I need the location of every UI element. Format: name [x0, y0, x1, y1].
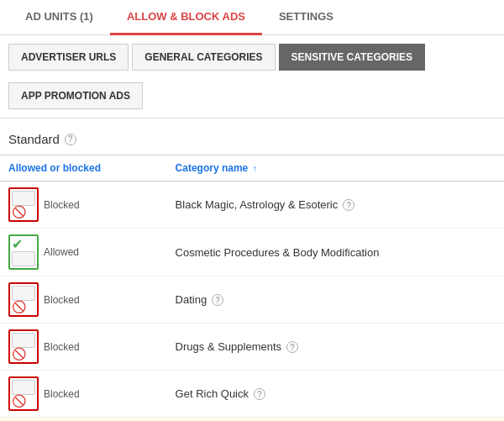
blocked-indicator[interactable]: 🚫	[8, 329, 39, 364]
subtab-advertiser-urls[interactable]: ADVERTISER URLS	[8, 44, 129, 71]
category-cell: Politics?	[167, 418, 504, 422]
tab-settings[interactable]: SETTINGS	[262, 0, 350, 35]
sub-tabs: ADVERTISER URLS GENERAL CATEGORIES SENSI…	[0, 35, 504, 118]
status-cell: 🚫Blocked	[0, 182, 167, 229]
status-label: Blocked	[44, 388, 80, 400]
table-row: ✔AllowedPolitics?	[0, 418, 504, 422]
col-label-category-name: Category name	[176, 162, 249, 174]
category-name: Drugs & Supplements	[176, 340, 281, 353]
blocked-icon: 🚫	[12, 300, 26, 313]
sort-arrow-icon: ↑	[253, 164, 257, 173]
category-name: Black Magic, Astrology & Esoteric	[176, 198, 339, 211]
status-cell: ✔Allowed	[0, 229, 167, 276]
blocked-indicator[interactable]: 🚫	[8, 376, 39, 411]
section-heading: Standard ?	[0, 118, 504, 155]
category-cell: Get Rich Quick?	[167, 371, 504, 418]
allowed-icon: ✔	[12, 237, 23, 251]
status-label: Blocked	[44, 199, 80, 211]
toggle-box[interactable]	[12, 380, 35, 395]
status-label: Blocked	[44, 294, 80, 306]
category-cell: Dating?	[167, 276, 504, 324]
top-nav: AD UNITS (1) ALLOW & BLOCK ADS SETTINGS	[0, 0, 504, 35]
toggle-control[interactable]: 🚫Blocked	[8, 187, 159, 222]
row-help-icon[interactable]: ?	[212, 294, 223, 306]
blocked-icon: 🚫	[12, 205, 26, 218]
tab-allow-block[interactable]: ALLOW & BLOCK ADS	[110, 0, 262, 35]
category-name: Get Rich Quick	[176, 387, 249, 400]
toggle-box[interactable]	[12, 251, 35, 266]
subtab-app-promotion-ads[interactable]: APP PROMOTION ADS	[8, 82, 143, 109]
subtab-general-categories[interactable]: GENERAL CATEGORIES	[132, 44, 275, 71]
toggle-box[interactable]	[12, 191, 35, 206]
col-label-allowed-blocked: Allowed or blocked	[8, 162, 101, 174]
table-row: 🚫BlockedGet Rich Quick?	[0, 371, 504, 418]
toggle-box[interactable]	[12, 286, 35, 301]
category-cell: Drugs & Supplements?	[167, 324, 504, 371]
allowed-indicator[interactable]: ✔	[8, 234, 39, 270]
category-cell: Cosmetic Procedures & Body Modification	[167, 229, 504, 276]
status-cell: ✔Allowed	[0, 418, 167, 422]
blocked-indicator[interactable]: 🚫	[8, 282, 39, 317]
table-row: ✔AllowedCosmetic Procedures & Body Modif…	[0, 229, 504, 276]
toggle-control[interactable]: ✔Allowed	[8, 234, 159, 270]
row-help-icon[interactable]: ?	[254, 388, 265, 400]
section-help-icon[interactable]: ?	[65, 134, 76, 145]
table-row: 🚫BlockedDating?	[0, 276, 504, 324]
toggle-control[interactable]: 🚫Blocked	[8, 282, 159, 317]
section-title: Standard	[8, 132, 60, 146]
status-cell: 🚫Blocked	[0, 276, 167, 324]
category-cell: Black Magic, Astrology & Esoteric?	[167, 182, 504, 229]
blocked-icon: 🚫	[12, 394, 26, 408]
row-help-icon[interactable]: ?	[286, 341, 298, 353]
status-label: Blocked	[44, 341, 80, 353]
toggle-control[interactable]: 🚫Blocked	[8, 329, 159, 364]
col-header-category-name[interactable]: Category name ↑	[167, 155, 504, 182]
toggle-box[interactable]	[12, 333, 35, 348]
status-cell: 🚫Blocked	[0, 324, 167, 371]
col-header-allowed-blocked: Allowed or blocked	[0, 155, 167, 182]
toggle-control[interactable]: 🚫Blocked	[8, 376, 159, 411]
category-name: Dating	[176, 293, 207, 306]
tab-ad-units[interactable]: AD UNITS (1)	[8, 0, 110, 35]
status-cell: 🚫Blocked	[0, 371, 167, 418]
subtab-sensitive-categories[interactable]: SENSITIVE CATEGORIES	[279, 44, 425, 71]
blocked-icon: 🚫	[12, 347, 26, 360]
categories-table: Allowed or blocked Category name ↑ 🚫Bloc…	[0, 155, 504, 421]
table-header-row: Allowed or blocked Category name ↑	[0, 155, 504, 182]
status-label: Allowed	[44, 246, 79, 258]
row-help-icon[interactable]: ?	[343, 199, 354, 211]
category-name: Cosmetic Procedures & Body Modification	[176, 246, 380, 259]
table-row: 🚫BlockedDrugs & Supplements?	[0, 324, 504, 371]
blocked-indicator[interactable]: 🚫	[8, 187, 39, 222]
table-row: 🚫BlockedBlack Magic, Astrology & Esoteri…	[0, 182, 504, 229]
